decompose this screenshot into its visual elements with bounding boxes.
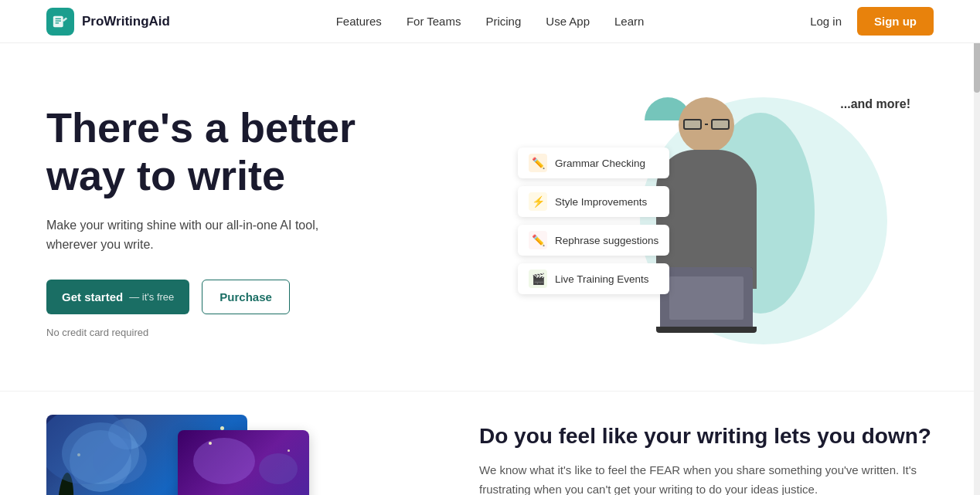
second-card [178, 430, 309, 495]
scrollbar[interactable] [974, 0, 980, 495]
logo-area[interactable]: ProWritingAid [46, 8, 170, 36]
signup-button[interactable]: Sign up [857, 7, 934, 36]
hero-section: There's a better way to write Make your … [0, 43, 980, 391]
nav-item-for-teams[interactable]: For Teams [407, 15, 461, 29]
login-link[interactable]: Log in [810, 15, 842, 28]
logo-icon [46, 8, 74, 36]
pill-style-improvements: ⚡ Style Improvements [518, 186, 669, 217]
purchase-button[interactable]: Purchase [202, 280, 290, 314]
and-more-text: ...and more! [840, 97, 910, 111]
nav-links: Features For Teams Pricing Use App Learn [336, 15, 645, 29]
laptop-screen [660, 267, 753, 329]
starry-night-area: My idea in my head [46, 415, 309, 495]
nav-right: Log in Sign up [810, 7, 934, 36]
section2-left: My idea in my head [46, 415, 433, 495]
navbar: ProWritingAid Features For Teams Pricing… [0, 0, 980, 43]
laptop-base [656, 327, 757, 333]
section2-right: Do you feel like your writing lets you d… [479, 415, 934, 495]
hero-buttons: Get started — it's free Purchase [46, 280, 479, 314]
nav-item-learn[interactable]: Learn [614, 15, 644, 29]
hero-title: There's a better way to write [46, 103, 479, 199]
hero-subtitle: Make your writing shine with our all-in-… [46, 215, 371, 255]
svg-rect-0 [53, 15, 63, 27]
hero-right: ✏️ Grammar Checking ⚡ Style Improvements… [479, 82, 934, 360]
hero-left: There's a better way to write Make your … [46, 103, 479, 337]
training-icon: 🎬 [529, 270, 547, 288]
section2-title: Do you feel like your writing lets you d… [479, 422, 934, 450]
person-glasses [683, 119, 730, 130]
pill-rephrase-suggestions: ✏️ Rephrase suggestions [518, 225, 669, 256]
get-started-button[interactable]: Get started — it's free [46, 280, 189, 314]
nav-item-use-app[interactable]: Use App [546, 15, 590, 29]
pill-grammar-checking: ✏️ Grammar Checking [518, 147, 669, 178]
rephrase-icon: ✏️ [529, 231, 547, 249]
no-credit-card-text: No credit card required [46, 327, 479, 338]
nav-item-features[interactable]: Features [336, 15, 382, 29]
nav-item-pricing[interactable]: Pricing [485, 15, 521, 29]
grammar-icon: ✏️ [529, 154, 547, 172]
pill-live-training: 🎬 Live Training Events [518, 263, 669, 294]
logo-text: ProWritingAid [82, 14, 170, 29]
feature-pills: ✏️ Grammar Checking ⚡ Style Improvements… [518, 147, 669, 294]
section2: My idea in my head Do you feel like your… [0, 391, 980, 495]
style-icon: ⚡ [529, 192, 547, 211]
section2-text: We know what it's like to feel the FEAR … [479, 461, 934, 495]
